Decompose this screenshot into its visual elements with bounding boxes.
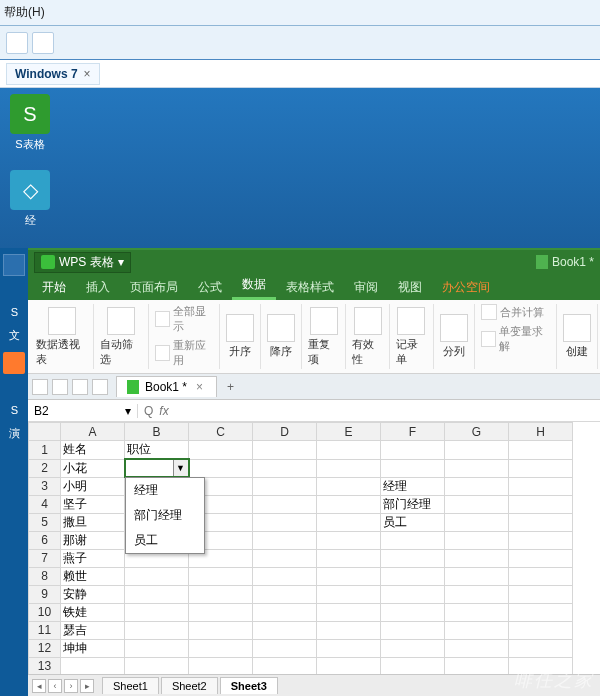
cell[interactable] (509, 621, 573, 639)
tab-table-style[interactable]: 表格样式 (276, 275, 344, 300)
cell[interactable] (189, 657, 253, 674)
column-header[interactable]: F (381, 423, 445, 441)
cell[interactable] (253, 495, 317, 513)
cell[interactable] (189, 621, 253, 639)
ribbon-sort-asc[interactable]: 升序 (220, 304, 261, 369)
cell[interactable] (445, 441, 509, 460)
cell[interactable] (317, 495, 381, 513)
redo-icon[interactable] (72, 379, 88, 395)
ribbon-text-to-columns[interactable]: 分列 (434, 304, 475, 369)
ribbon-merge-calc[interactable]: 合并计算 (481, 304, 544, 320)
dropdown-option[interactable]: 员工 (126, 528, 204, 553)
cell[interactable]: 撒旦 (61, 513, 125, 531)
dropdown-option[interactable]: 经理 (126, 478, 204, 503)
cell[interactable] (381, 657, 445, 674)
cell[interactable]: 燕子 (61, 549, 125, 567)
cell[interactable]: 瑟吉 (61, 621, 125, 639)
cell[interactable]: 安静 (61, 585, 125, 603)
new-tab-button[interactable]: + (219, 380, 242, 394)
cell[interactable] (445, 459, 509, 477)
cell[interactable] (445, 513, 509, 531)
row-header[interactable]: 6 (29, 531, 61, 549)
tab-insert[interactable]: 插入 (76, 275, 120, 300)
tab-data[interactable]: 数据 (232, 272, 276, 300)
cell[interactable] (125, 657, 189, 674)
cell[interactable] (509, 585, 573, 603)
cell[interactable] (189, 441, 253, 460)
cell[interactable] (509, 549, 573, 567)
cell[interactable] (253, 441, 317, 460)
document-tab[interactable]: Book1 * × (116, 376, 217, 397)
cell[interactable] (317, 621, 381, 639)
ribbon-validation[interactable]: 有效性 (346, 304, 390, 369)
sidebar-app-icon[interactable] (3, 254, 25, 276)
tab-office-space[interactable]: 办公空间 (432, 275, 500, 300)
sidebar-app-icon[interactable] (3, 352, 25, 374)
cell[interactable] (509, 531, 573, 549)
cell[interactable] (317, 639, 381, 657)
menu-help[interactable]: 帮助(H) (4, 5, 45, 19)
cell[interactable] (125, 567, 189, 585)
ribbon-solver[interactable]: 单变量求解 (481, 324, 550, 354)
column-header[interactable]: H (509, 423, 573, 441)
print-icon[interactable] (92, 379, 108, 395)
cell[interactable] (445, 657, 509, 674)
cell[interactable] (253, 531, 317, 549)
ribbon-pivot[interactable]: 数据透视表 (30, 304, 94, 369)
browser-tab[interactable]: Windows 7 × (6, 63, 100, 85)
tab-home[interactable]: 开始 (32, 275, 76, 300)
cell[interactable] (509, 459, 573, 477)
cell[interactable] (317, 657, 381, 674)
cell[interactable] (381, 639, 445, 657)
column-header[interactable]: E (317, 423, 381, 441)
sidebar-label[interactable]: S文 (7, 306, 22, 322)
cell[interactable] (253, 549, 317, 567)
cell[interactable]: 小明 (61, 477, 125, 495)
cell[interactable] (125, 603, 189, 621)
ribbon-duplicates[interactable]: 重复项 (302, 304, 346, 369)
row-header[interactable]: 13 (29, 657, 61, 674)
row-header[interactable]: 4 (29, 495, 61, 513)
row-header[interactable]: 2 (29, 459, 61, 477)
cell[interactable] (253, 459, 317, 477)
ribbon-record[interactable]: 记录单 (390, 304, 434, 369)
cell[interactable]: 那谢 (61, 531, 125, 549)
cell[interactable] (381, 549, 445, 567)
cell[interactable] (189, 567, 253, 585)
cell[interactable] (253, 639, 317, 657)
cell[interactable]: 铁娃 (61, 603, 125, 621)
tab-review[interactable]: 审阅 (344, 275, 388, 300)
column-header[interactable]: G (445, 423, 509, 441)
close-icon[interactable]: × (193, 380, 206, 394)
cell[interactable] (509, 603, 573, 621)
cell[interactable] (381, 585, 445, 603)
row-header[interactable]: 5 (29, 513, 61, 531)
cell[interactable] (509, 513, 573, 531)
row-header[interactable]: 3 (29, 477, 61, 495)
cell[interactable] (445, 495, 509, 513)
sheet-nav-first[interactable]: ◂ (32, 679, 46, 693)
cell[interactable] (445, 531, 509, 549)
row-header[interactable]: 12 (29, 639, 61, 657)
ribbon-show-all[interactable]: 全部显示 (155, 304, 214, 334)
cell[interactable] (317, 441, 381, 460)
cell[interactable]: 员工 (381, 513, 445, 531)
row-header[interactable]: 11 (29, 621, 61, 639)
cell[interactable] (253, 513, 317, 531)
cell[interactable] (317, 477, 381, 495)
cell[interactable] (253, 657, 317, 674)
cell[interactable]: 职位 (125, 441, 189, 460)
row-header[interactable]: 10 (29, 603, 61, 621)
ribbon-reapply[interactable]: 重新应用 (155, 338, 214, 368)
cell[interactable] (189, 585, 253, 603)
cell[interactable] (381, 603, 445, 621)
desktop-icon[interactable]: ◇ 经 (2, 170, 58, 228)
spreadsheet-grid[interactable]: ABCDEFGH1姓名职位2小花▼3小明经理4坚子部门经理5撒旦员工6那谢7燕子… (28, 422, 600, 674)
cell[interactable] (381, 441, 445, 460)
toolbar-icon[interactable] (32, 32, 54, 54)
cell[interactable] (125, 585, 189, 603)
cell[interactable] (509, 567, 573, 585)
cell[interactable] (445, 585, 509, 603)
sheet-nav-prev[interactable]: ‹ (48, 679, 62, 693)
validation-dropdown-list[interactable]: 经理部门经理员工 (125, 477, 205, 554)
